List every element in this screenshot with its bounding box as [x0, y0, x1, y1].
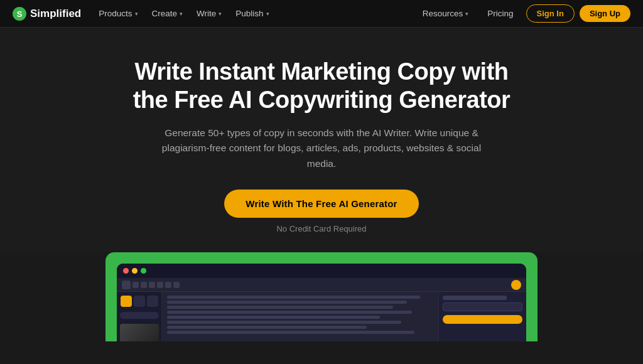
toolbar-btn-4 [149, 282, 155, 288]
hero-headline: Write Instant Marketing Copy with the Fr… [121, 58, 522, 114]
toolbar-btn-1 [122, 281, 131, 289]
sidebar-icons [121, 296, 158, 307]
sidebar-icon-images [147, 296, 158, 307]
text-line-3 [167, 306, 393, 309]
app-main-content [162, 292, 438, 341]
nav-item-create[interactable]: Create ▾ [146, 5, 190, 22]
toolbar-btn-5 [157, 282, 163, 288]
signup-button[interactable]: Sign Up [580, 5, 630, 22]
sidebar-thumbnail [120, 324, 159, 341]
chevron-down-icon: ▾ [266, 11, 269, 17]
logo-text: Simplified [30, 8, 81, 20]
nav-item-resources[interactable]: Resources ▾ [416, 5, 475, 22]
hero-section: Write Instant Marketing Copy with the Fr… [0, 28, 643, 252]
nav-item-pricing[interactable]: Pricing [480, 5, 521, 22]
nav-item-products[interactable]: Products ▾ [92, 5, 144, 22]
panel-dropdown-1 [443, 302, 522, 311]
text-line-1 [167, 296, 420, 299]
toolbar-profile-icon [511, 280, 521, 290]
logo-link[interactable]: S Simplified [13, 7, 81, 21]
app-toolbar [117, 278, 526, 292]
signin-button[interactable]: Sign In [526, 4, 575, 23]
navbar: S Simplified Products ▾ Create ▾ Write ▾… [0, 0, 643, 28]
text-line-4 [167, 311, 412, 314]
cta-sub-text: No Credit Card Required [276, 224, 366, 233]
cta-button[interactable]: Write With The Free AI Generator [224, 190, 418, 218]
app-sidebar [117, 292, 162, 341]
window-maximize-dot [141, 268, 146, 274]
toolbar-btn-2 [132, 282, 139, 288]
thumbnail-inner [120, 324, 159, 341]
app-body [117, 292, 526, 341]
window-minimize-dot [132, 268, 138, 274]
sidebar-icon-projects [121, 296, 132, 307]
text-line-2 [167, 301, 407, 304]
text-line-6 [167, 321, 401, 324]
window-close-dot [123, 268, 129, 274]
app-titlebar [117, 264, 526, 278]
chevron-down-icon: ▾ [219, 11, 222, 17]
nav-item-write[interactable]: Write ▾ [190, 5, 228, 22]
logo-icon: S [13, 7, 26, 21]
panel-title-bar [443, 296, 507, 300]
toolbar-btn-3 [141, 282, 147, 288]
hero-cta: Write With The Free AI Generator No Cred… [224, 190, 418, 233]
toolbar-btn-7 [173, 282, 180, 288]
toolbar-btn-6 [165, 282, 171, 288]
app-ai-panel [438, 292, 526, 341]
sidebar-icon-assets [134, 296, 145, 307]
chevron-down-icon: ▾ [135, 11, 138, 17]
text-line-8 [167, 331, 414, 334]
nav-links: Products ▾ Create ▾ Write ▾ Publish ▾ [92, 5, 416, 22]
nav-right: Resources ▾ Pricing Sign In Sign Up [416, 4, 630, 23]
editor-text-lines [167, 296, 433, 334]
app-window [117, 264, 526, 341]
app-preview-wrapper [105, 252, 538, 341]
text-line-7 [167, 326, 367, 329]
chevron-down-icon: ▾ [180, 11, 183, 17]
text-line-5 [167, 316, 380, 319]
chevron-down-icon: ▾ [465, 11, 468, 17]
panel-generate-button [443, 315, 522, 324]
svg-text:S: S [17, 9, 23, 18]
nav-item-publish[interactable]: Publish ▾ [229, 5, 275, 22]
sidebar-search-bar [120, 312, 159, 319]
hero-subtext: Generate 50+ types of copy in seconds wi… [158, 126, 485, 172]
